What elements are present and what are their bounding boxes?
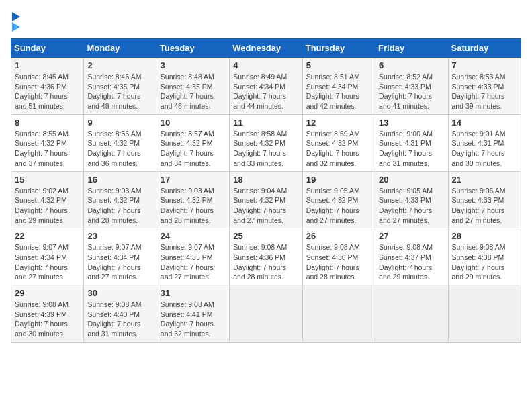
daylight-label: Daylight: 7 hours and 27 minutes. xyxy=(452,206,505,224)
sunrise-label: Sunrise: 9:08 AM xyxy=(452,243,506,251)
day-info: Sunrise: 9:01 AM Sunset: 4:31 PM Dayligh… xyxy=(452,129,517,169)
day-info: Sunrise: 8:59 AM Sunset: 4:32 PM Dayligh… xyxy=(306,129,371,169)
sunrise-label: Sunrise: 9:03 AM xyxy=(87,187,141,195)
day-number: 11 xyxy=(233,118,298,128)
logo-arrow-bottom xyxy=(12,22,20,32)
daylight-label: Daylight: 7 hours and 46 minutes. xyxy=(161,92,214,110)
day-info: Sunrise: 8:57 AM Sunset: 4:32 PM Dayligh… xyxy=(161,129,226,169)
day-info: Sunrise: 9:06 AM Sunset: 4:33 PM Dayligh… xyxy=(452,186,517,226)
day-number: 24 xyxy=(161,231,226,241)
sunset-label: Sunset: 4:32 PM xyxy=(306,139,359,147)
day-number: 2 xyxy=(87,60,152,71)
calendar-cell: 15 Sunrise: 9:02 AM Sunset: 4:32 PM Dayl… xyxy=(11,171,84,228)
sunset-label: Sunset: 4:38 PM xyxy=(452,253,504,261)
day-number: 17 xyxy=(161,175,226,185)
sunset-label: Sunset: 4:35 PM xyxy=(161,83,213,91)
sunrise-label: Sunrise: 9:08 AM xyxy=(306,243,360,251)
daylight-label: Daylight: 7 hours and 27 minutes. xyxy=(161,263,214,281)
day-info: Sunrise: 9:03 AM Sunset: 4:32 PM Dayligh… xyxy=(161,186,226,226)
sunset-label: Sunset: 4:34 PM xyxy=(87,253,140,261)
logo xyxy=(11,11,20,32)
calendar-body: 1 Sunrise: 8:45 AM Sunset: 4:36 PM Dayli… xyxy=(11,58,521,342)
sunrise-label: Sunrise: 9:08 AM xyxy=(15,300,69,308)
sunset-label: Sunset: 4:34 PM xyxy=(306,83,359,91)
sunrise-label: Sunrise: 9:00 AM xyxy=(379,130,433,138)
daylight-label: Daylight: 7 hours and 27 minutes. xyxy=(379,206,432,224)
calendar-cell: 4 Sunrise: 8:49 AM Sunset: 4:34 PM Dayli… xyxy=(230,58,302,115)
calendar-cell xyxy=(448,285,521,342)
day-info: Sunrise: 8:55 AM Sunset: 4:32 PM Dayligh… xyxy=(15,129,80,169)
day-info: Sunrise: 9:08 AM Sunset: 4:38 PM Dayligh… xyxy=(452,242,517,282)
day-number: 28 xyxy=(452,231,517,241)
daylight-label: Daylight: 7 hours and 34 minutes. xyxy=(161,149,214,167)
sunrise-label: Sunrise: 9:07 AM xyxy=(87,243,141,251)
daylight-label: Daylight: 7 hours and 29 minutes. xyxy=(452,263,505,281)
daylight-label: Daylight: 7 hours and 51 minutes. xyxy=(15,92,68,110)
logo-arrow-top xyxy=(12,12,20,21)
day-number: 23 xyxy=(87,231,152,241)
weekday-header-wednesday: Wednesday xyxy=(230,39,302,58)
day-number: 15 xyxy=(15,175,80,185)
weekday-header-thursday: Thursday xyxy=(302,39,375,58)
daylight-label: Daylight: 7 hours and 30 minutes. xyxy=(452,149,505,167)
day-info: Sunrise: 8:45 AM Sunset: 4:36 PM Dayligh… xyxy=(15,72,80,111)
sunset-label: Sunset: 4:33 PM xyxy=(379,196,431,204)
day-info: Sunrise: 9:07 AM Sunset: 4:35 PM Dayligh… xyxy=(161,242,226,282)
daylight-label: Daylight: 7 hours and 39 minutes. xyxy=(452,92,505,110)
sunrise-label: Sunrise: 9:07 AM xyxy=(15,243,69,251)
sunrise-label: Sunrise: 9:08 AM xyxy=(161,300,214,308)
calendar-cell: 31 Sunrise: 9:08 AM Sunset: 4:41 PM Dayl… xyxy=(157,285,229,342)
weekday-header-sunday: Sunday xyxy=(11,39,84,58)
sunset-label: Sunset: 4:33 PM xyxy=(379,83,431,91)
day-number: 20 xyxy=(379,175,444,185)
sunrise-label: Sunrise: 9:08 AM xyxy=(233,243,287,251)
day-number: 8 xyxy=(15,118,80,128)
weekday-header-saturday: Saturday xyxy=(448,39,521,58)
day-number: 10 xyxy=(161,118,226,128)
daylight-label: Daylight: 7 hours and 27 minutes. xyxy=(87,263,140,281)
day-number: 7 xyxy=(452,60,517,71)
daylight-label: Daylight: 7 hours and 42 minutes. xyxy=(306,92,359,110)
day-number: 4 xyxy=(233,60,298,71)
calendar-cell: 2 Sunrise: 8:46 AM Sunset: 4:35 PM Dayli… xyxy=(84,58,157,115)
sunrise-label: Sunrise: 9:05 AM xyxy=(379,187,433,195)
calendar-cell: 1 Sunrise: 8:45 AM Sunset: 4:36 PM Dayli… xyxy=(11,58,84,115)
calendar-cell: 10 Sunrise: 8:57 AM Sunset: 4:32 PM Dayl… xyxy=(157,114,229,171)
daylight-label: Daylight: 7 hours and 32 minutes. xyxy=(161,320,214,338)
day-info: Sunrise: 8:48 AM Sunset: 4:35 PM Dayligh… xyxy=(161,72,226,111)
sunrise-label: Sunrise: 8:45 AM xyxy=(15,73,69,81)
sunrise-label: Sunrise: 9:06 AM xyxy=(452,187,506,195)
sunset-label: Sunset: 4:35 PM xyxy=(87,83,140,91)
sunrise-label: Sunrise: 8:46 AM xyxy=(87,73,141,81)
calendar-cell: 5 Sunrise: 8:51 AM Sunset: 4:34 PM Dayli… xyxy=(302,58,375,115)
calendar-cell: 14 Sunrise: 9:01 AM Sunset: 4:31 PM Dayl… xyxy=(448,114,521,171)
calendar-cell: 9 Sunrise: 8:56 AM Sunset: 4:32 PM Dayli… xyxy=(84,114,157,171)
weekday-header-monday: Monday xyxy=(84,39,157,58)
day-info: Sunrise: 9:04 AM Sunset: 4:32 PM Dayligh… xyxy=(233,186,298,226)
day-number: 19 xyxy=(306,175,371,185)
calendar-cell: 23 Sunrise: 9:07 AM Sunset: 4:34 PM Dayl… xyxy=(84,228,157,285)
day-info: Sunrise: 8:51 AM Sunset: 4:34 PM Dayligh… xyxy=(306,72,371,111)
calendar-week-row: 8 Sunrise: 8:55 AM Sunset: 4:32 PM Dayli… xyxy=(11,114,521,171)
daylight-label: Daylight: 7 hours and 31 minutes. xyxy=(87,320,140,338)
day-number: 25 xyxy=(233,231,298,241)
day-info: Sunrise: 9:08 AM Sunset: 4:41 PM Dayligh… xyxy=(161,300,226,339)
sunrise-label: Sunrise: 8:57 AM xyxy=(161,130,214,138)
calendar-cell: 26 Sunrise: 9:08 AM Sunset: 4:36 PM Dayl… xyxy=(302,228,375,285)
day-info: Sunrise: 9:07 AM Sunset: 4:34 PM Dayligh… xyxy=(87,242,152,282)
sunrise-label: Sunrise: 8:49 AM xyxy=(233,73,287,81)
daylight-label: Daylight: 7 hours and 48 minutes. xyxy=(87,92,140,110)
sunset-label: Sunset: 4:35 PM xyxy=(161,253,213,261)
day-number: 31 xyxy=(161,288,226,298)
calendar-table: SundayMondayTuesdayWednesdayThursdayFrid… xyxy=(11,38,521,342)
day-info: Sunrise: 9:08 AM Sunset: 4:40 PM Dayligh… xyxy=(87,300,152,339)
sunset-label: Sunset: 4:34 PM xyxy=(15,253,67,261)
day-number: 18 xyxy=(233,175,298,185)
sunrise-label: Sunrise: 8:53 AM xyxy=(452,73,506,81)
sunset-label: Sunset: 4:32 PM xyxy=(87,196,140,204)
sunset-label: Sunset: 4:34 PM xyxy=(233,83,285,91)
sunset-label: Sunset: 4:32 PM xyxy=(15,196,67,204)
day-info: Sunrise: 8:53 AM Sunset: 4:33 PM Dayligh… xyxy=(452,72,517,111)
calendar-cell: 6 Sunrise: 8:52 AM Sunset: 4:33 PM Dayli… xyxy=(375,58,448,115)
sunset-label: Sunset: 4:36 PM xyxy=(233,253,285,261)
